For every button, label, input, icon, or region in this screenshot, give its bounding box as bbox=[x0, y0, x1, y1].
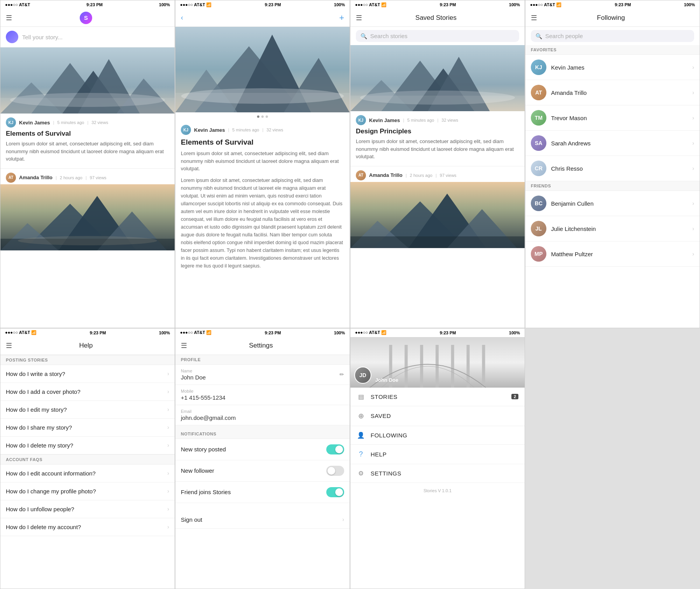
friends-header: FRIENDS bbox=[525, 181, 700, 191]
help-item-edit-account[interactable]: How do I edit account information? › bbox=[0, 465, 175, 482]
help-label-delete-story: How do I delete my story? bbox=[6, 442, 73, 449]
screen-help: ●●●○○ AT&T 📶 9:23 PM 100% ☰ Help POSTING… bbox=[0, 328, 175, 589]
saved-story-image-1 bbox=[350, 45, 525, 111]
chevron-at: › bbox=[692, 89, 694, 96]
nav-bar-following: ☰ Following bbox=[525, 9, 700, 27]
email-field: Email john.doe@gmail.com bbox=[175, 405, 350, 425]
saved-author-name-2: Amanda Trillo bbox=[369, 172, 402, 178]
favorites-header: FAVORITES bbox=[525, 45, 700, 55]
search-placeholder-saved: Search stories bbox=[370, 33, 408, 39]
dot-2 bbox=[261, 115, 264, 118]
following-item-jl[interactable]: JL Julie Litchenstein › bbox=[525, 216, 700, 241]
help-item-change-photo[interactable]: How do I change my profile photo? › bbox=[0, 482, 175, 500]
chevron-edit: › bbox=[167, 406, 169, 412]
saved-story-meta-2: AT Amanda Trillo | 2 hours ago | 97 view… bbox=[350, 166, 525, 182]
notification-new-follower: New follower bbox=[175, 460, 350, 482]
help-item-unfollow[interactable]: How do I unfollow people? › bbox=[0, 500, 175, 518]
help-item-edit[interactable]: How do I edit my story? › bbox=[0, 401, 175, 419]
email-label: Email bbox=[181, 409, 344, 414]
following-name-sa: Sarah Andrews bbox=[551, 140, 688, 147]
hamburger-icon-following[interactable]: ☰ bbox=[531, 14, 537, 22]
help-item-share[interactable]: How do I share my story? › bbox=[0, 419, 175, 437]
avatar-kevin-james: KJ bbox=[531, 59, 546, 75]
story-card-1[interactable]: KJ Kevin James | 5 minutes ago | 32 view… bbox=[0, 47, 175, 169]
edit-name-icon[interactable]: ✏ bbox=[340, 371, 344, 378]
svg-rect-39 bbox=[436, 345, 439, 388]
svg-point-14 bbox=[18, 236, 157, 245]
story-meta-1: KJ Kevin James | 5 minutes ago | 32 view… bbox=[0, 114, 175, 129]
carrier-4: ●●●○○ AT&T 📶 bbox=[530, 2, 562, 7]
settings-icon: ⚙ bbox=[357, 470, 365, 477]
hamburger-icon-help[interactable]: ☰ bbox=[6, 341, 12, 350]
nav-bar-saved: ☰ Saved Stories bbox=[350, 9, 525, 27]
toggle-new-story[interactable] bbox=[326, 444, 344, 454]
menu-item-following[interactable]: 👤 FOLLOWING bbox=[350, 426, 525, 445]
detail-body-short: Lorem ipsum dolor sit amet, consectetuer… bbox=[175, 150, 350, 177]
status-bar-4: ●●●○○ AT&T 📶 9:23 PM 100% bbox=[525, 0, 700, 9]
help-item-delete-story[interactable]: How do I delete my story? › bbox=[0, 437, 175, 454]
mobile-field: Mobile +1 415-555-1234 bbox=[175, 385, 350, 405]
menu-item-saved[interactable]: ⊕ SAVED bbox=[350, 406, 525, 426]
help-item-write[interactable]: How do I write a story? › bbox=[0, 365, 175, 383]
saved-story-2[interactable]: AT Amanda Trillo | 2 hours ago | 97 view… bbox=[350, 166, 525, 248]
menu-item-help[interactable]: ? HELP bbox=[350, 445, 525, 464]
avatar-amanda-trillo: AT bbox=[531, 85, 546, 100]
signout-label: Sign out bbox=[181, 516, 202, 523]
svg-rect-37 bbox=[404, 345, 408, 388]
toggle-friend-joins[interactable] bbox=[326, 487, 344, 497]
following-name-cr: Chris Resso bbox=[551, 165, 688, 172]
dot-1 bbox=[257, 115, 259, 118]
hamburger-icon-saved[interactable]: ☰ bbox=[356, 14, 362, 22]
chevron-bc: › bbox=[692, 200, 694, 206]
help-label-edit: How do I edit my story? bbox=[6, 406, 67, 413]
detail-body-long: Lorem ipsum dolor sit amet, consectetuer… bbox=[175, 177, 350, 275]
detail-title: Elements of Survival bbox=[175, 136, 350, 150]
toggle-new-follower[interactable] bbox=[326, 466, 344, 476]
following-item-kj[interactable]: KJ Kevin James › bbox=[525, 55, 700, 80]
battery-7: 100% bbox=[509, 330, 520, 335]
following-item-bc[interactable]: BC Benjamin Cullen › bbox=[525, 191, 700, 216]
story-input-placeholder[interactable]: Tell your story... bbox=[22, 34, 63, 40]
detail-author-avatar: KJ bbox=[181, 125, 191, 135]
menu-item-stories[interactable]: ▤ STORIES 2 bbox=[350, 388, 525, 406]
saved-icon: ⊕ bbox=[357, 412, 365, 420]
search-bar-saved[interactable]: 🔍 Search stories bbox=[356, 30, 519, 42]
battery-2: 100% bbox=[334, 2, 345, 7]
avatar-chris-resso: CR bbox=[531, 161, 546, 176]
following-item-tm[interactable]: TM Trevor Mason › bbox=[525, 105, 700, 131]
menu-label-settings: SETTINGS bbox=[371, 470, 518, 477]
chevron-jl: › bbox=[692, 225, 694, 232]
saved-story-image-2 bbox=[350, 182, 525, 248]
add-icon[interactable]: + bbox=[339, 13, 344, 23]
following-item-cr[interactable]: CR Chris Resso › bbox=[525, 156, 700, 181]
status-bar-1: ●●●○○ AT&T 9:23 PM 100% bbox=[0, 0, 175, 9]
hamburger-icon[interactable]: ☰ bbox=[6, 14, 12, 22]
back-icon[interactable]: ‹ bbox=[181, 14, 183, 22]
chevron-signout: › bbox=[342, 516, 344, 523]
nav-bar-1: ☰ S bbox=[0, 9, 175, 27]
signout-item[interactable]: Sign out › bbox=[175, 511, 350, 529]
following-item-at[interactable]: AT Amanda Trillo › bbox=[525, 80, 700, 105]
status-bar-7: ●●●○○ AT&T 📶 9:23 PM 100% bbox=[350, 329, 525, 337]
battery-4: 100% bbox=[684, 2, 695, 7]
name-value: John Doe bbox=[181, 374, 344, 381]
menu-label-help: HELP bbox=[371, 451, 518, 458]
carrier-3: ●●●○○ AT&T 📶 bbox=[355, 2, 387, 7]
search-bar-following[interactable]: 🔍 Search people bbox=[531, 30, 694, 42]
mobile-label: Mobile bbox=[181, 389, 344, 393]
chevron-unfollow: › bbox=[167, 506, 169, 512]
menu-item-settings[interactable]: ⚙ SETTINGS bbox=[350, 464, 525, 483]
following-item-sa[interactable]: SA Sarah Andrews › bbox=[525, 131, 700, 156]
hamburger-icon-settings[interactable]: ☰ bbox=[181, 341, 187, 350]
story-image-2 bbox=[0, 184, 175, 250]
help-item-cover[interactable]: How do I add a cover photo? › bbox=[0, 383, 175, 401]
story-input-bar[interactable]: Tell your story... bbox=[0, 27, 175, 47]
carrier-6: ●●●○○ AT&T 📶 bbox=[180, 330, 212, 335]
help-item-delete-account[interactable]: How do I delete my account? › bbox=[0, 518, 175, 536]
notification-friend-joins: Friend joins Stories bbox=[175, 482, 350, 503]
saved-story-1[interactable]: KJ Kevin James | 5 minutes ago | 32 view… bbox=[350, 45, 525, 166]
story-card-2[interactable]: AT Amanda Trillo | 2 hours ago | 97 view… bbox=[0, 169, 175, 251]
chevron-cover: › bbox=[167, 388, 169, 395]
help-label-edit-account: How do I edit account information? bbox=[6, 470, 96, 477]
following-item-mp[interactable]: MP Matthew Pultzer › bbox=[525, 241, 700, 267]
